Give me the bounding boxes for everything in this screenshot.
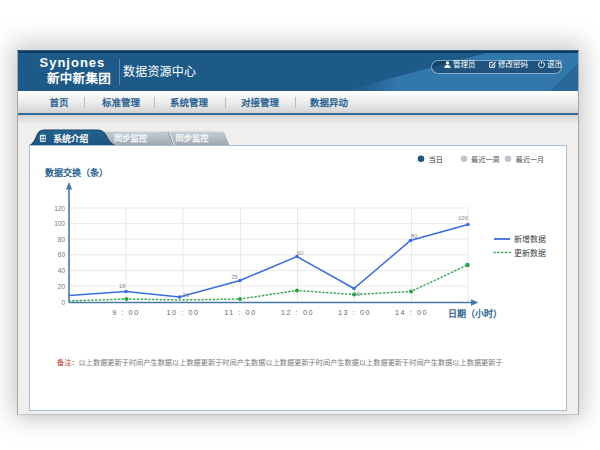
svg-text:100: 100	[54, 220, 65, 227]
svg-text:60: 60	[297, 250, 304, 256]
svg-text:日期（小时）: 日期（小时）	[448, 308, 502, 319]
svg-text:系统介绍: 系统介绍	[53, 133, 88, 144]
svg-text:备注：以上数据更新于时间产生数据以上数据更新于时间产生数据以: 备注：以上数据更新于时间产生数据以上数据更新于时间产生数据以上数据更新于时间产生…	[57, 358, 503, 367]
svg-text:10: 10	[354, 291, 361, 297]
svg-text:新增数据: 新增数据	[514, 234, 546, 244]
svg-text:同步监控: 同步监控	[114, 133, 148, 143]
svg-text:13 : 00: 13 : 00	[338, 308, 371, 317]
svg-text:14 : 00: 14 : 00	[395, 308, 428, 317]
svg-text:100: 100	[458, 215, 469, 221]
svg-text:80: 80	[411, 233, 418, 239]
svg-text:40: 40	[58, 267, 66, 274]
svg-text:最近一月: 最近一月	[516, 155, 545, 164]
svg-text:数据交换（条）: 数据交换（条）	[45, 167, 108, 178]
svg-text:10 : 00: 10 : 00	[166, 308, 199, 317]
svg-text:10: 10	[183, 292, 190, 298]
svg-text:80: 80	[58, 236, 66, 243]
svg-text:120: 120	[54, 205, 65, 212]
svg-text:20: 20	[58, 283, 66, 290]
svg-text:12 : 00: 12 : 00	[281, 308, 314, 317]
svg-text:最近一周: 最近一周	[471, 155, 500, 164]
svg-text:0: 0	[61, 299, 65, 306]
svg-text:11 : 00: 11 : 00	[224, 308, 257, 317]
svg-text:当日: 当日	[429, 155, 443, 164]
svg-text:60: 60	[58, 251, 66, 258]
svg-text:同步监控: 同步监控	[175, 133, 209, 143]
svg-text:更新数据: 更新数据	[514, 248, 546, 258]
svg-text:18: 18	[119, 283, 126, 289]
svg-text:35: 35	[231, 274, 238, 280]
svg-text:9 : 00: 9 : 00	[112, 308, 140, 317]
